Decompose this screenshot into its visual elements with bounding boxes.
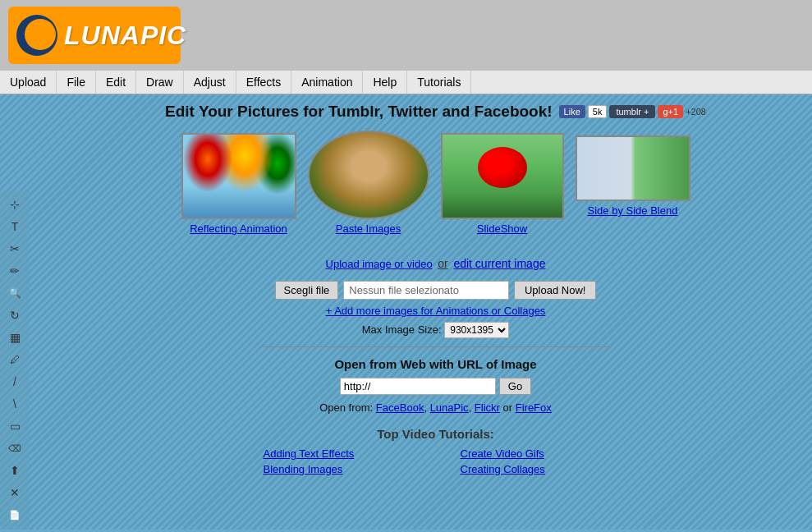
nav-effects[interactable]: Effects (236, 71, 292, 94)
tutorial-collages[interactable]: Creating Collages (461, 463, 608, 475)
nav-adjust[interactable]: Adjust (184, 71, 236, 94)
open-from-row: Open from: FaceBook, LunaPic, Flickr or … (84, 401, 787, 414)
main-content: Edit Your Pictures for Tumblr, Twitter a… (59, 94, 812, 530)
rotate-tool[interactable]: ↻ (5, 305, 25, 325)
lunapic-source-link[interactable]: LunaPic (430, 401, 469, 414)
grid-tool[interactable]: ▦ (5, 328, 25, 347)
upload-tool[interactable]: ⬆ (5, 461, 25, 480)
logo-text: LUNAPIC (64, 21, 186, 51)
tumblr-button[interactable]: tumblr + (609, 105, 655, 118)
nav-bar: Upload File Edit Draw Adjust Effects Ani… (0, 71, 812, 94)
firefox-source-link[interactable]: FireFox (516, 401, 552, 414)
gplus-button[interactable]: g+1 (658, 105, 683, 118)
rect-tool[interactable]: ▭ (5, 416, 25, 436)
tutorial-video-gifs[interactable]: Create Video Gifs (461, 447, 608, 460)
tutorials-title: Top Video Tutorials: (84, 427, 787, 441)
social-buttons: Like 5k tumblr + g+1 +208 (559, 105, 706, 118)
line-tool[interactable]: / (5, 372, 25, 392)
print-tool[interactable]: 🖨 (5, 527, 25, 530)
image-size-select[interactable]: 930x1395 640x960 480x640 320x480 (444, 322, 509, 338)
blend-label[interactable]: Side by Side Blend (588, 204, 678, 217)
balloon-label[interactable]: Reflecting Animation (190, 222, 287, 235)
cheetah-image[interactable] (308, 131, 429, 219)
nav-tutorials[interactable]: Tutorials (407, 71, 471, 94)
balloon-image[interactable] (181, 133, 296, 219)
logo-moon-icon (16, 15, 57, 56)
nav-draw[interactable]: Draw (136, 71, 184, 94)
toolbar: ⊹ T ✂ ✏ 🔍 ↻ ▦ 🖊 / \ ▭ ⌫ ⬆ ✕ 📄 🖨 ⚙ (0, 191, 30, 530)
pencil-tool[interactable]: ✏ (5, 261, 25, 281)
file-upload-row: Scegli file Nessun file selezionato Uplo… (84, 281, 787, 300)
logo[interactable]: LUNAPIC (8, 7, 181, 64)
feature-ladybug: SlideShow (441, 133, 564, 235)
facebook-like-button[interactable]: Like (559, 105, 585, 118)
nav-file[interactable]: File (57, 71, 96, 94)
banner-title: Edit Your Pictures for Tumblr, Twitter a… (165, 103, 553, 121)
text-tool[interactable]: T (5, 217, 25, 236)
feature-balloon: Reflecting Animation (181, 133, 296, 235)
url-section: Open from Web with URL of Image Go Open … (84, 357, 787, 414)
cheetah-label[interactable]: Paste Images (336, 222, 401, 235)
nav-edit[interactable]: Edit (96, 71, 136, 94)
header: LUNAPIC (0, 0, 812, 71)
zoom-tool[interactable]: 🔍 (5, 283, 25, 303)
url-input[interactable] (340, 378, 496, 395)
brush-tool[interactable]: 🖊 (5, 350, 25, 369)
close-tool[interactable]: ✕ (5, 483, 25, 502)
banner: Edit Your Pictures for Tumblr, Twitter a… (84, 103, 787, 121)
nav-help[interactable]: Help (363, 71, 407, 94)
file-name-label: Nessun file selezionato (343, 281, 509, 300)
tutorial-blending[interactable]: Blending Images (264, 463, 411, 475)
upload-section: Upload image or video or edit current im… (84, 250, 787, 347)
ladybug-image[interactable] (441, 133, 564, 219)
page-tool[interactable]: 📄 (5, 505, 25, 525)
image-size-row: Max Image Size: 930x1395 640x960 480x640… (84, 322, 787, 338)
url-section-title: Open from Web with URL of Image (84, 357, 787, 371)
facebook-count: 5k (588, 105, 608, 118)
featured-section: Reflecting Animation Paste Images SlideS… (84, 131, 787, 235)
selection-tool[interactable]: ⊹ (5, 195, 25, 214)
gplus-count: +208 (686, 107, 706, 117)
line2-tool[interactable]: \ (5, 394, 25, 414)
upload-now-button[interactable]: Upload Now! (514, 281, 596, 300)
section-divider (259, 346, 612, 347)
upload-title: Upload image or video or edit current im… (84, 250, 787, 273)
feature-cheetah: Paste Images (308, 131, 429, 235)
tutorial-text-effects[interactable]: Adding Text Effects (264, 447, 411, 460)
add-more-link[interactable]: + Add more images for Animations or Coll… (84, 305, 787, 317)
go-button[interactable]: Go (499, 378, 531, 395)
ladybug-label[interactable]: SlideShow (477, 222, 527, 235)
url-input-row: Go (84, 378, 787, 395)
flickr-source-link[interactable]: Flickr (475, 401, 500, 414)
tutorials-grid: Adding Text Effects Create Video Gifs Bl… (264, 447, 608, 475)
blend-image[interactable] (576, 135, 690, 201)
nav-upload[interactable]: Upload (0, 71, 57, 94)
facebook-source-link[interactable]: FaceBook (376, 401, 424, 414)
edit-current-link[interactable]: edit current image (453, 257, 545, 270)
nav-animation[interactable]: Animation (291, 71, 363, 94)
scissors-tool[interactable]: ✂ (5, 239, 25, 259)
tutorials-section: Top Video Tutorials: Adding Text Effects… (84, 427, 787, 475)
erase-tool[interactable]: ⌫ (5, 438, 25, 458)
feature-blend: Side by Side Blend (576, 135, 690, 217)
choose-file-button[interactable]: Scegli file (275, 281, 339, 300)
